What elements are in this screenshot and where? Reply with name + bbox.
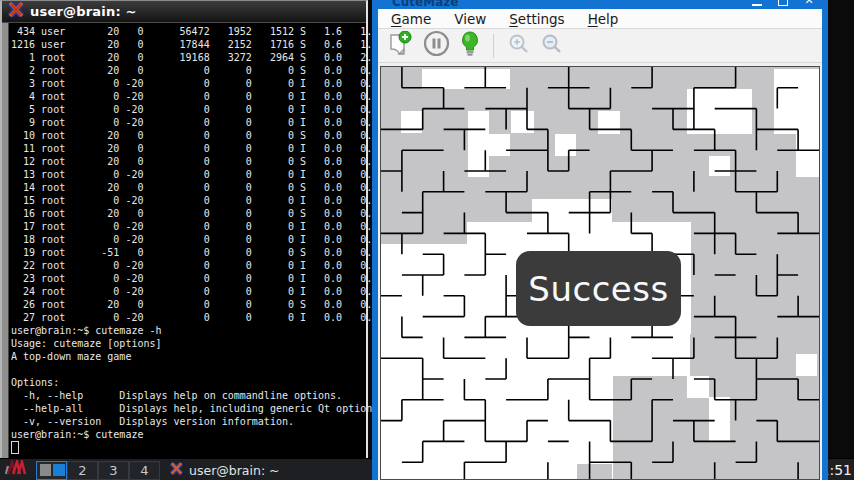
cutemaze-toolbar bbox=[378, 29, 822, 63]
xterm-icon bbox=[8, 2, 24, 21]
terminal-window: user@brain: ~ 434 user 20 0 56472 1952 1… bbox=[0, 0, 368, 480]
workspace-4[interactable]: 4 bbox=[129, 461, 160, 480]
pause-icon[interactable] bbox=[423, 30, 450, 61]
terminal-output: 434 user 20 0 56472 1952 1512 S 1.6 1.7 … bbox=[11, 25, 384, 441]
cutemaze-window: CuteMaze ✕ GameViewSettingsHelp bbox=[372, 0, 828, 480]
taskbar-button-label: user@brain: ~ bbox=[189, 463, 280, 478]
terminal-title: user@brain: ~ bbox=[30, 4, 137, 19]
zoom-out-icon[interactable] bbox=[541, 33, 563, 59]
terminal-scrollbar[interactable] bbox=[2, 23, 9, 480]
menu-item-settings[interactable]: Settings bbox=[509, 11, 564, 27]
menu-item-view[interactable]: View bbox=[454, 11, 486, 27]
pager-window-cutemaze bbox=[53, 464, 65, 476]
zoom-in-icon[interactable] bbox=[508, 33, 530, 59]
jwm-logo-icon bbox=[5, 460, 30, 480]
terminal-cursor bbox=[11, 441, 19, 454]
toolbar-separator bbox=[493, 34, 494, 58]
terminal-titlebar[interactable]: user@brain: ~ bbox=[2, 1, 366, 23]
xterm-icon bbox=[170, 462, 183, 478]
desktop: user@brain: ~ 434 user 20 0 56472 1952 1… bbox=[0, 0, 854, 480]
pager-window-terminal bbox=[40, 464, 51, 476]
new-game-icon[interactable] bbox=[388, 31, 412, 61]
minimize-icon[interactable] bbox=[752, 0, 762, 6]
success-message: Success bbox=[528, 269, 668, 309]
workspace-3[interactable]: 3 bbox=[98, 461, 129, 480]
success-overlay: Success bbox=[516, 251, 681, 326]
maze-area: Success bbox=[380, 66, 820, 480]
cutemaze-client-area: Success bbox=[378, 63, 822, 480]
cutemaze-titlebar[interactable]: CuteMaze ✕ bbox=[378, 0, 822, 9]
terminal-body: 434 user 20 0 56472 1952 1512 S 1.6 1.7 … bbox=[2, 23, 366, 480]
close-icon[interactable]: ✕ bbox=[804, 0, 814, 6]
workspace-2[interactable]: 2 bbox=[67, 461, 98, 480]
cutemaze-menubar: GameViewSettingsHelp bbox=[378, 9, 822, 29]
menu-item-help[interactable]: Help bbox=[588, 11, 619, 27]
workspace-pager: 234 bbox=[36, 461, 160, 480]
workspace-1[interactable] bbox=[36, 461, 67, 480]
hint-icon[interactable] bbox=[461, 31, 479, 61]
maximize-icon[interactable] bbox=[778, 0, 788, 6]
menu-item-game[interactable]: Game bbox=[391, 11, 431, 27]
taskbar-button-terminal[interactable]: user@brain: ~ bbox=[170, 462, 280, 478]
